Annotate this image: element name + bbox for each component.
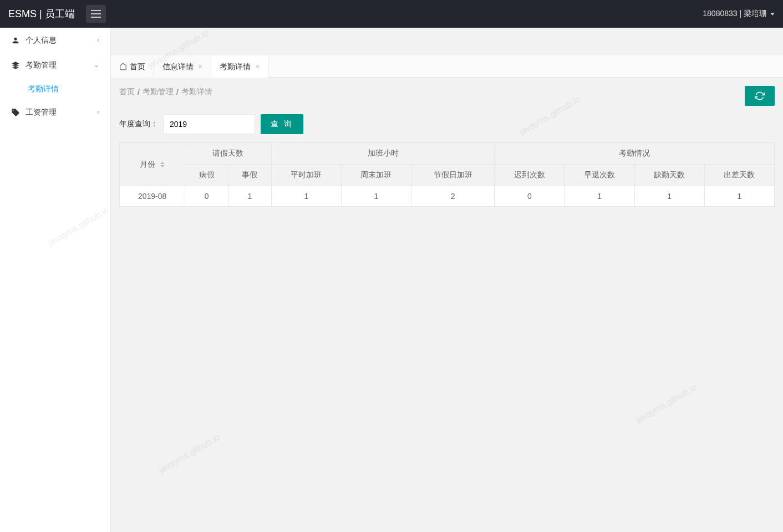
- sidebar-item-label: 考勤管理: [26, 53, 57, 78]
- col-weekday-ot: 平时加班: [271, 165, 341, 186]
- user-menu[interactable]: 18080833 | 梁培珊: [703, 9, 775, 19]
- breadcrumb-home[interactable]: 首页: [119, 87, 135, 97]
- header: ESMS | 员工端 18080833 | 梁培珊: [0, 0, 783, 28]
- layers-icon: [11, 61, 20, 70]
- col-absent: 缺勤天数: [634, 165, 704, 186]
- hamburger-icon: [91, 10, 101, 18]
- close-icon[interactable]: ×: [198, 55, 202, 78]
- close-icon[interactable]: ×: [255, 55, 260, 78]
- query-row: 年度查询： 查 询: [119, 114, 775, 134]
- sidebar-item-attendance[interactable]: 考勤管理 ⌄: [0, 53, 110, 78]
- col-month[interactable]: 月份: [120, 143, 185, 186]
- user-icon: [11, 36, 20, 45]
- attendance-table: 月份 请假天数 加班小时 考勤情况 病假 事假 平时加班 周末加班 节假日加班 …: [119, 142, 775, 207]
- col-early: 早退次数: [565, 165, 634, 186]
- sidebar-item-salary[interactable]: 工资管理 ‹: [0, 100, 110, 125]
- user-label: 18080833 | 梁培珊: [703, 9, 767, 19]
- sidebar: 个人信息 ‹ 考勤管理 ⌄ 考勤详情 工资管理 ‹: [0, 28, 111, 215]
- col-trip: 出差天数: [704, 165, 774, 186]
- tab-bar: 首页 信息详情 × 考勤详情 ×: [111, 55, 783, 78]
- chevron-left-icon: ‹: [97, 100, 99, 125]
- col-holiday-ot: 节假日加班: [411, 165, 495, 186]
- caret-down-icon: [770, 13, 775, 16]
- year-input[interactable]: [164, 114, 255, 134]
- breadcrumb-attendance[interactable]: 考勤管理: [143, 87, 174, 97]
- sidebar-subitem-attendance-detail[interactable]: 考勤详情: [0, 78, 110, 100]
- home-icon: [119, 63, 127, 70]
- refresh-icon: [755, 91, 765, 101]
- sidebar-item-label: 个人信息: [26, 28, 57, 53]
- col-overtime-hours: 加班小时: [271, 143, 495, 165]
- tag-icon: [11, 108, 20, 117]
- tab-info-detail[interactable]: 信息详情 ×: [154, 55, 211, 78]
- refresh-button[interactable]: [745, 86, 775, 106]
- breadcrumb-detail: 考勤详情: [181, 87, 212, 97]
- query-label: 年度查询：: [119, 119, 158, 129]
- logo: ESMS | 员工端: [8, 7, 83, 21]
- tab-attendance-detail[interactable]: 考勤详情 ×: [211, 55, 268, 78]
- chevron-down-icon: ⌄: [94, 53, 99, 78]
- col-sick: 病假: [185, 165, 228, 186]
- sort-icon: [160, 162, 165, 167]
- chevron-left-icon: ‹: [97, 28, 99, 53]
- main-content: 首页 信息详情 × 考勤详情 × 首页 / 考勤管理 / 考勤详情 年度查询：: [111, 55, 783, 215]
- table-row: 2019-08 0 1 1 1 2 0 1 1 1: [120, 186, 775, 207]
- sidebar-item-personal-info[interactable]: 个人信息 ‹: [0, 28, 110, 53]
- col-weekend-ot: 周末加班: [341, 165, 411, 186]
- menu-toggle-button[interactable]: [86, 5, 106, 23]
- col-attendance: 考勤情况: [495, 143, 775, 165]
- content-area: 首页 / 考勤管理 / 考勤详情 年度查询： 查 询 月份: [111, 78, 783, 215]
- tab-home[interactable]: 首页: [111, 55, 154, 78]
- breadcrumb: 首页 / 考勤管理 / 考勤详情: [119, 87, 212, 97]
- sidebar-item-label: 工资管理: [26, 100, 57, 125]
- col-late: 迟到次数: [495, 165, 565, 186]
- col-leave-days: 请假天数: [185, 143, 272, 165]
- col-personal: 事假: [228, 165, 271, 186]
- query-button[interactable]: 查 询: [261, 114, 303, 134]
